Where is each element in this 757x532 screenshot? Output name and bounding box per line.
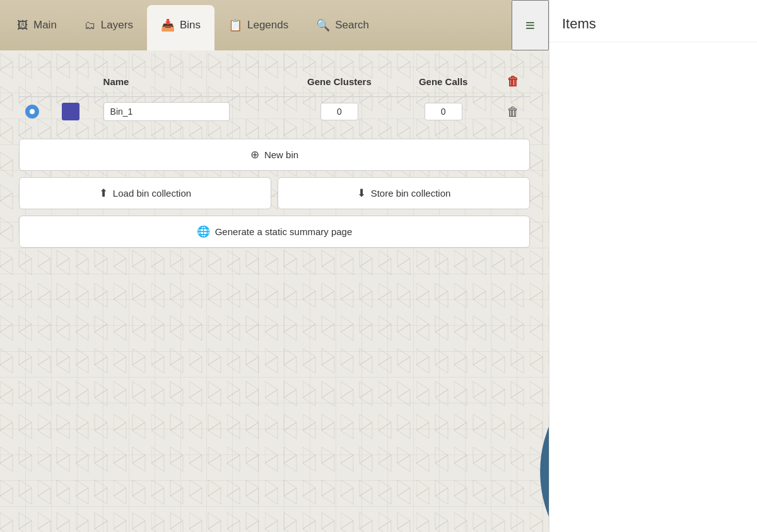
header-delete[interactable]: 🗑 — [495, 69, 530, 97]
tab-main[interactable]: 🖼 Main — [3, 0, 71, 50]
tab-layers-label: Layers — [101, 19, 133, 32]
gene-clusters-input[interactable] — [320, 103, 358, 120]
table-row: 🗑 — [19, 97, 530, 127]
row-gene-calls-cell — [391, 97, 495, 127]
store-bin-label: Store bin collection — [371, 188, 451, 199]
legends-icon: 📋 — [228, 18, 242, 32]
summary-button[interactable]: 🌐 Generate a static summary page — [19, 216, 530, 248]
store-icon: ⬇ — [357, 187, 366, 200]
delete-all-icon[interactable]: 🗑 — [507, 74, 519, 88]
main-icon: 🖼 — [17, 19, 28, 32]
bins-table: Name Gene Clusters Gene Calls 🗑 — [19, 69, 530, 126]
tab-main-label: Main — [33, 19, 57, 32]
right-panel: Items — [549, 0, 757, 532]
row-gene-clusters-cell — [288, 97, 392, 127]
row-name-cell — [97, 97, 288, 127]
tab-bins-label: Bins — [180, 19, 201, 32]
tab-bins[interactable]: 📥 Bins — [147, 5, 214, 50]
store-bin-button[interactable]: ⬇ Store bin collection — [278, 177, 530, 209]
load-bin-label: Load bin collection — [113, 188, 191, 199]
bin-name-input[interactable] — [103, 102, 230, 121]
globe-icon: 🌐 — [197, 225, 210, 238]
header-radio — [19, 69, 56, 97]
header-color — [56, 69, 97, 97]
content-area: Name Gene Clusters Gene Calls 🗑 — [0, 50, 549, 273]
tab-legends[interactable]: 📋 Legends — [214, 0, 302, 50]
bin-radio-button[interactable] — [25, 105, 39, 119]
bins-icon: 📥 — [161, 18, 175, 32]
row-delete-icon[interactable]: 🗑 — [507, 105, 519, 119]
right-panel-title: Items — [562, 16, 744, 32]
search-icon: 🔍 — [316, 18, 330, 32]
tab-search-label: Search — [335, 19, 369, 32]
layers-icon: 🗂 — [85, 19, 96, 32]
new-bin-button[interactable]: ⊕ New bin — [19, 139, 530, 171]
bin-collection-row: ⬆ Load bin collection ⬇ Store bin collec… — [19, 177, 530, 209]
new-bin-label: New bin — [264, 149, 298, 160]
header-gene-clusters: Gene Clusters — [288, 69, 392, 97]
tab-search[interactable]: 🔍 Search — [302, 0, 383, 50]
row-radio-cell — [19, 97, 56, 127]
hamburger-menu[interactable]: ≡ — [512, 0, 549, 50]
nav-tabs: 🖼 Main 🗂 Layers 📥 Bins 📋 Legends 🔍 Searc… — [0, 0, 549, 50]
gene-calls-input[interactable] — [425, 103, 462, 120]
new-bin-icon: ⊕ — [250, 148, 259, 161]
header-gene-calls: Gene Calls — [391, 69, 495, 97]
header-name: Name — [97, 69, 288, 97]
row-delete-cell: 🗑 — [495, 97, 530, 127]
right-panel-header: Items — [549, 0, 757, 42]
tab-layers[interactable]: 🗂 Layers — [71, 0, 147, 50]
bin-color-swatch[interactable] — [62, 103, 79, 120]
load-icon: ⬆ — [99, 187, 108, 200]
tab-legends-label: Legends — [247, 19, 288, 32]
load-bin-button[interactable]: ⬆ Load bin collection — [19, 177, 271, 209]
main-panel: PANMODE 🖼 Main 🗂 Layers 📥 Bins 📋 Legends — [0, 0, 549, 532]
summary-label: Generate a static summary page — [215, 226, 353, 237]
row-color-cell — [56, 97, 97, 127]
hamburger-icon: ≡ — [525, 16, 535, 35]
navigation: 🖼 Main 🗂 Layers 📥 Bins 📋 Legends 🔍 Searc… — [0, 0, 549, 50]
